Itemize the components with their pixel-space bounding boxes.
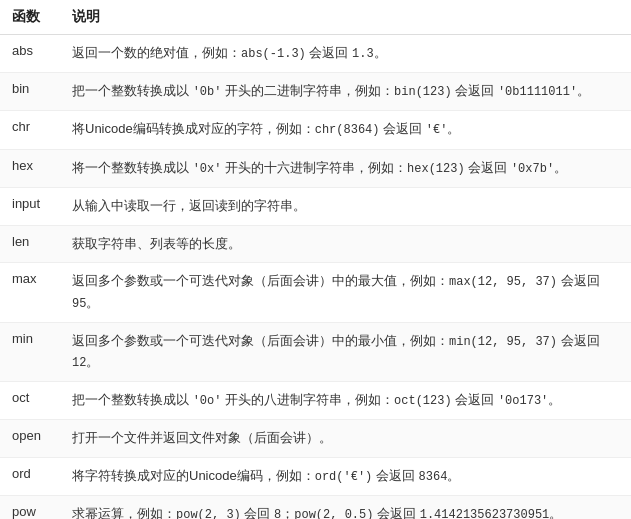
header-function: 函数 xyxy=(0,0,60,35)
table-header-row: 函数 说明 xyxy=(0,0,631,35)
table-row: chr将Unicode编码转换成对应的字符，例如：chr(8364) 会返回 '… xyxy=(0,111,631,149)
functions-table: 函数 说明 abs返回一个数的绝对值，例如：abs(-1.3) 会返回 1.3。… xyxy=(0,0,631,519)
func-desc: 将字符转换成对应的Unicode编码，例如：ord('€') 会返回 8364。 xyxy=(60,458,631,496)
table-row: open打开一个文件并返回文件对象（后面会讲）。 xyxy=(0,420,631,458)
func-desc: 返回多个参数或一个可迭代对象（后面会讲）中的最小值，例如：min(12, 95,… xyxy=(60,322,631,381)
func-name: max xyxy=(0,263,60,322)
table-row: max返回多个参数或一个可迭代对象（后面会讲）中的最大值，例如：max(12, … xyxy=(0,263,631,322)
func-desc: 把一个整数转换成以 '0o' 开头的八进制字符串，例如：oct(123) 会返回… xyxy=(60,382,631,420)
func-desc: 将Unicode编码转换成对应的字符，例如：chr(8364) 会返回 '€'。 xyxy=(60,111,631,149)
func-name: oct xyxy=(0,382,60,420)
func-desc: 返回一个数的绝对值，例如：abs(-1.3) 会返回 1.3。 xyxy=(60,35,631,73)
table-row: abs返回一个数的绝对值，例如：abs(-1.3) 会返回 1.3。 xyxy=(0,35,631,73)
table-row: bin把一个整数转换成以 '0b' 开头的二进制字符串，例如：bin(123) … xyxy=(0,73,631,111)
func-name: input xyxy=(0,187,60,225)
func-desc: 从输入中读取一行，返回读到的字符串。 xyxy=(60,187,631,225)
func-name: len xyxy=(0,225,60,263)
table-row: len获取字符串、列表等的长度。 xyxy=(0,225,631,263)
table-row: min返回多个参数或一个可迭代对象（后面会讲）中的最小值，例如：min(12, … xyxy=(0,322,631,381)
table-row: oct把一个整数转换成以 '0o' 开头的八进制字符串，例如：oct(123) … xyxy=(0,382,631,420)
func-desc: 把一个整数转换成以 '0b' 开头的二进制字符串，例如：bin(123) 会返回… xyxy=(60,73,631,111)
func-name: hex xyxy=(0,149,60,187)
func-name: open xyxy=(0,420,60,458)
func-desc: 求幂运算，例如：pow(2, 3) 会回 8；pow(2, 0.5) 会返回 1… xyxy=(60,496,631,519)
func-name: pow xyxy=(0,496,60,519)
table-row: ord将字符转换成对应的Unicode编码，例如：ord('€') 会返回 83… xyxy=(0,458,631,496)
table-row: hex将一个整数转换成以 '0x' 开头的十六进制字符串，例如：hex(123)… xyxy=(0,149,631,187)
func-name: abs xyxy=(0,35,60,73)
table-row: input从输入中读取一行，返回读到的字符串。 xyxy=(0,187,631,225)
header-description: 说明 xyxy=(60,0,631,35)
func-desc: 返回多个参数或一个可迭代对象（后面会讲）中的最大值，例如：max(12, 95,… xyxy=(60,263,631,322)
func-name: bin xyxy=(0,73,60,111)
func-name: chr xyxy=(0,111,60,149)
table-row: pow求幂运算，例如：pow(2, 3) 会回 8；pow(2, 0.5) 会返… xyxy=(0,496,631,519)
func-name: min xyxy=(0,322,60,381)
func-desc: 获取字符串、列表等的长度。 xyxy=(60,225,631,263)
func-desc: 将一个整数转换成以 '0x' 开头的十六进制字符串，例如：hex(123) 会返… xyxy=(60,149,631,187)
func-name: ord xyxy=(0,458,60,496)
func-desc: 打开一个文件并返回文件对象（后面会讲）。 xyxy=(60,420,631,458)
